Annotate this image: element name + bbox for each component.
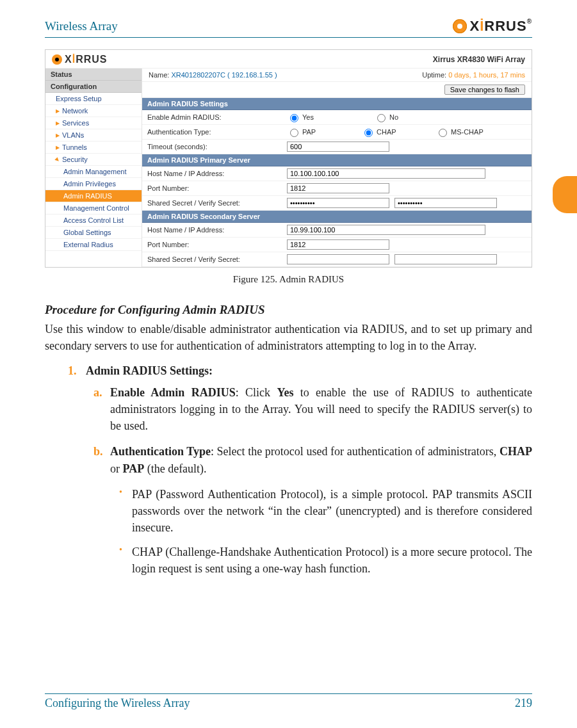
enable-no-radio[interactable] (377, 114, 386, 122)
bullet-chap: • CHAP (Challenge-Handshake Authenticati… (119, 544, 532, 577)
sidebar-sub-admin-privileges[interactable]: Admin Privileges (45, 178, 142, 190)
sidebar-sub-admin-management[interactable]: Admin Management (45, 166, 142, 178)
bold-term: CHAP (500, 445, 532, 458)
radio-label: MS-CHAP (451, 128, 484, 136)
page-footer: Configuring the Wireless Array 219 (45, 693, 532, 710)
sidebar-item-label: Services (62, 119, 89, 127)
sidebar-item-label: Network (62, 107, 88, 115)
bold-term: Authentication Type (110, 445, 211, 458)
enable-yes-radio[interactable] (290, 114, 298, 122)
bullet-pap: • PAP (Password Authentication Protocol)… (119, 486, 532, 536)
header-title: Wireless Array (45, 19, 118, 33)
footer-rule (45, 693, 532, 694)
secondary-verify-input[interactable] (394, 254, 497, 264)
row-auth-type: Authentication Type: PAP CHAP MS-CHAP (142, 125, 532, 140)
page-side-tab (553, 176, 577, 213)
name-label: Name: (149, 71, 169, 79)
sidebar-sub-management-control[interactable]: Management Control (45, 202, 142, 214)
sidebar-item-tunnels[interactable]: ▶Tunnels (45, 142, 142, 154)
logo-x: X (469, 18, 480, 34)
screenshot-logo-word: XİRRUS (65, 54, 107, 65)
text-part: : Select the protocol used for authentic… (211, 445, 500, 458)
auth-pap-radio[interactable] (290, 129, 298, 137)
sidebar-item-label: Express Setup (56, 95, 102, 102)
xirrus-logo-icon (453, 19, 467, 33)
xirrus-logo: XİRRUS® (453, 18, 532, 35)
radio-label: No (389, 113, 398, 121)
sidebar: Status Configuration Express Setup ▶Netw… (45, 69, 142, 267)
status-row: Name: XR4012802207C ( 192.168.1.55 ) Upt… (142, 69, 532, 82)
sidebar-item-security[interactable]: ▶Security (45, 154, 142, 166)
header-rule (45, 37, 532, 38)
row-primary-host: Host Name / IP Address: (142, 166, 532, 181)
substep-letter: b. (93, 443, 110, 476)
secondary-host-input[interactable] (287, 225, 485, 235)
primary-secret-input[interactable] (287, 198, 389, 208)
caret-right-icon: ▶ (56, 108, 60, 114)
name-value: XR4012802207C ( 192.168.1.55 ) (171, 71, 277, 79)
primary-host-input[interactable] (287, 168, 485, 179)
radio-label: CHAP (377, 128, 396, 136)
screenshot-topbar: XİRRUS Xirrus XR4830 WiFi Array (45, 50, 532, 69)
sidebar-sub-global-settings[interactable]: Global Settings (45, 227, 142, 239)
step-1: 1. Admin RADIUS Settings: (68, 364, 532, 378)
device-name: Name: XR4012802207C ( 192.168.1.55 ) (149, 71, 277, 79)
bullet-icon: • (119, 486, 132, 536)
primary-port-input[interactable] (287, 183, 389, 193)
field-label: Port Number: (147, 184, 282, 192)
auth-chap-radio[interactable] (364, 129, 373, 137)
sidebar-config-header[interactable]: Configuration (45, 81, 142, 93)
field-label: Shared Secret / Verify Secret: (147, 199, 282, 207)
section-admin-radius-settings: Admin RADIUS Settings (142, 98, 532, 110)
row-secondary-secret: Shared Secret / Verify Secret: (142, 252, 532, 267)
step-number: 1. (68, 364, 86, 378)
bold-term: Enable Admin RADIUS (110, 386, 236, 399)
row-enable-admin-radius: Enable Admin RADIUS: Yes No (142, 110, 532, 125)
sidebar-sub-admin-radius[interactable]: Admin RADIUS (45, 190, 142, 202)
device-uptime: Uptime: 0 days, 1 hours, 17 mins (422, 71, 525, 79)
auth-mschap-radio[interactable] (439, 129, 447, 137)
registered-mark: ® (527, 18, 532, 25)
secondary-secret-input[interactable] (287, 254, 389, 264)
xirrus-logo-word: XİRRUS® (469, 18, 532, 35)
primary-verify-input[interactable] (394, 198, 497, 208)
caret-down-icon: ▶ (54, 156, 61, 163)
step-1b: b. Authentication Type: Select the proto… (93, 443, 532, 476)
field-label: Authentication Type: (147, 128, 282, 136)
bullet-text: PAP (Password Authentication Protocol), … (132, 486, 532, 536)
row-secondary-port: Port Number: (142, 238, 532, 252)
radio-label: Yes (302, 113, 314, 121)
sidebar-sub-access-control-list[interactable]: Access Control List (45, 214, 142, 227)
procedure-heading: Procedure for Configuring Admin RADIUS (45, 303, 532, 317)
sidebar-item-network[interactable]: ▶Network (45, 105, 142, 117)
caret-right-icon: ▶ (56, 145, 60, 150)
save-button[interactable]: Save changes to flash (444, 85, 525, 95)
secondary-port-input[interactable] (287, 239, 389, 250)
row-timeout: Timeout (seconds): (142, 140, 532, 154)
step-1a: a. Enable Admin RADIUS: Click Yes to ena… (93, 384, 532, 434)
text-part: or (110, 462, 123, 475)
screenshot-logo-icon (52, 54, 62, 65)
sidebar-item-label: Tunnels (62, 143, 87, 151)
uptime-label: Uptime: (422, 71, 446, 79)
sidebar-status-header[interactable]: Status (45, 69, 142, 81)
main-panel: Name: XR4012802207C ( 192.168.1.55 ) Upt… (142, 69, 532, 267)
save-row: Save changes to flash (142, 82, 532, 98)
procedure-intro: Use this window to enable/disable admini… (45, 321, 532, 354)
page-number: 219 (515, 697, 532, 710)
sidebar-item-label: VLANs (62, 131, 84, 139)
text-part: : Click (236, 386, 277, 399)
timeout-input[interactable] (287, 142, 389, 152)
step-text: Admin RADIUS Settings: (86, 364, 532, 378)
sidebar-item-express-setup[interactable]: Express Setup (45, 93, 142, 105)
section-secondary-server: Admin RADIUS Secondary Server (142, 211, 532, 223)
sidebar-item-vlans[interactable]: ▶VLANs (45, 129, 142, 142)
section-primary-server: Admin RADIUS Primary Server (142, 154, 532, 166)
figure-caption: Figure 125. Admin RADIUS (45, 274, 532, 285)
sidebar-item-services[interactable]: ▶Services (45, 117, 142, 129)
logo-rest: RRUS (484, 18, 526, 34)
sidebar-sub-external-radius[interactable]: External Radius (45, 239, 142, 251)
substep-letter: a. (93, 384, 110, 434)
screenshot-panel: XİRRUS Xirrus XR4830 WiFi Array Status C… (45, 49, 532, 268)
bullet-text: CHAP (Challenge-Handshake Authentication… (132, 544, 532, 577)
